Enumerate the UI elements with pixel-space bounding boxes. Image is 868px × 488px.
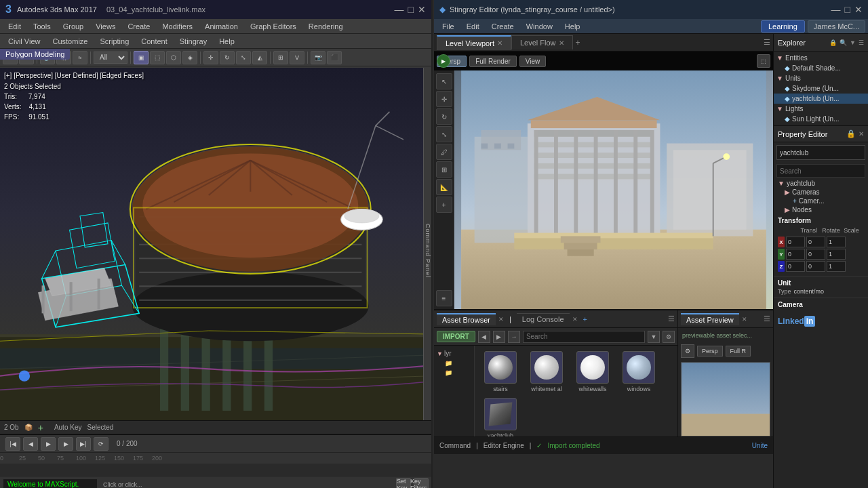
- explorer-search-icon[interactable]: 🔍: [840, 39, 847, 46]
- sr-menu-create[interactable]: Create: [486, 21, 519, 32]
- asset-browser-menu-button[interactable]: ☰: [668, 314, 675, 323]
- nav-back-button[interactable]: ◀: [478, 331, 490, 343]
- render-button[interactable]: ⬛: [327, 51, 342, 64]
- play-button[interactable]: ▶: [41, 437, 56, 451]
- tab-log-console[interactable]: Log Console: [517, 313, 570, 325]
- learning-button[interactable]: Learning: [761, 20, 805, 33]
- menu-views[interactable]: Views: [90, 21, 121, 32]
- rotate-x-input[interactable]: [806, 237, 825, 247]
- import-button[interactable]: IMPORT: [437, 331, 475, 342]
- stingray-close[interactable]: ✕: [854, 4, 863, 15]
- tab-level-flow[interactable]: Level Flow ✕: [511, 35, 573, 49]
- sr-paint-icon[interactable]: 🖊: [436, 144, 452, 160]
- add-viewport-button[interactable]: +: [576, 38, 580, 47]
- filter-select[interactable]: All: [94, 52, 127, 64]
- tab-asset-browser[interactable]: Asset Browser: [437, 313, 496, 325]
- prop-nodes-item[interactable]: ▶ Nodes: [774, 205, 868, 214]
- sr-viewport-options[interactable]: ⬚: [757, 54, 770, 68]
- asset-item-whitemetal[interactable]: whitemet al: [526, 351, 567, 392]
- minimize-button[interactable]: —: [395, 4, 404, 15]
- max-viewport[interactable]: [+] [Perspective] [User Defined] [Edged …: [0, 68, 431, 434]
- log-console-tab-close[interactable]: ✕: [572, 316, 578, 323]
- scale-x-input[interactable]: [827, 237, 846, 247]
- user-button[interactable]: James McC...: [808, 20, 865, 33]
- prev-key-button[interactable]: ◀: [23, 437, 38, 451]
- exp-default-shade[interactable]: ◆ Default Shade...: [774, 63, 868, 73]
- tree-subfolder2[interactable]: 📁: [437, 368, 471, 378]
- lasso-button[interactable]: ⬡: [166, 51, 181, 64]
- new-panel-button[interactable]: +: [583, 315, 587, 323]
- menu-scripting[interactable]: Scripting: [94, 36, 134, 47]
- camera-view-button[interactable]: 📷: [311, 51, 326, 64]
- asset-item-yachtclub[interactable]: yachtclub: [480, 398, 521, 436]
- preview-settings-icon[interactable]: ⚙: [681, 344, 694, 358]
- next-frame-button[interactable]: ▶|: [76, 437, 91, 451]
- preview-persp-button[interactable]: Persp: [697, 346, 723, 357]
- view-button[interactable]: V: [290, 51, 304, 64]
- select-button[interactable]: ▣: [134, 51, 149, 64]
- scale2-button[interactable]: ◭: [252, 51, 267, 64]
- explorer-filter-icon[interactable]: ▼: [850, 39, 856, 46]
- tree-subfolder[interactable]: 📁: [437, 359, 471, 368]
- prop-yachtclub-item[interactable]: ▼ yachtclub: [774, 179, 868, 188]
- next-key-button[interactable]: ▶: [58, 437, 73, 451]
- menu-create[interactable]: Create: [122, 21, 155, 32]
- prop-cameras-item[interactable]: ▶ Cameras: [774, 188, 868, 197]
- menu-help[interactable]: Help: [214, 36, 240, 47]
- menu-stingray[interactable]: Stingray: [174, 36, 212, 47]
- asset-item-stairs[interactable]: stairs: [480, 351, 521, 392]
- asset-item-whitewalls[interactable]: whitewalls: [572, 351, 613, 392]
- key-filters-button[interactable]: Key Filters...: [414, 478, 429, 489]
- asset-search-input[interactable]: [523, 331, 645, 343]
- transl-y-input[interactable]: [786, 249, 805, 260]
- nav-up-button[interactable]: →: [508, 331, 520, 343]
- viewport-menu-button[interactable]: ☰: [764, 38, 770, 47]
- menu-group[interactable]: Group: [58, 21, 90, 32]
- rotate-button[interactable]: ↻: [220, 51, 235, 64]
- menu-modifiers[interactable]: Modifiers: [157, 21, 198, 32]
- menu-rendering[interactable]: Rendering: [303, 21, 349, 32]
- sr-measure-icon[interactable]: 📐: [436, 179, 452, 195]
- stingray-maximize[interactable]: □: [845, 4, 850, 15]
- loop-button[interactable]: ⟳: [94, 437, 108, 451]
- tab-asset-preview[interactable]: Asset Preview: [681, 313, 739, 325]
- sr-menu-window[interactable]: Window: [521, 21, 558, 32]
- sr-layers-icon[interactable]: ≡: [436, 290, 452, 306]
- menu-edit[interactable]: Edit: [3, 21, 26, 32]
- set-key-button[interactable]: Set Key: [396, 478, 411, 489]
- menu-civil-view[interactable]: Civil View: [3, 36, 45, 47]
- exp-lights[interactable]: ▼ Lights: [774, 104, 868, 114]
- sr-snap-icon[interactable]: ⊞: [436, 161, 452, 178]
- scale-button[interactable]: ⤡: [236, 51, 251, 64]
- preview-render-button[interactable]: Full R: [726, 346, 751, 357]
- select-region-button[interactable]: ⬚: [150, 51, 165, 64]
- exp-entities[interactable]: ▼ Entities: [774, 53, 868, 63]
- tab-level-viewport[interactable]: Level Viewport ✕: [437, 35, 511, 50]
- sr-menu-file[interactable]: File: [437, 21, 460, 32]
- exp-skydome[interactable]: ◆ Skydome (Un...: [774, 83, 868, 94]
- level-viewport-close[interactable]: ✕: [497, 39, 502, 47]
- menu-animation[interactable]: Animation: [199, 21, 243, 32]
- sr-play-button[interactable]: ▶: [437, 54, 450, 68]
- prop-entity-field[interactable]: [776, 145, 865, 160]
- rotate-z-input[interactable]: [806, 261, 825, 272]
- sr-menu-help[interactable]: Help: [559, 21, 586, 32]
- explorer-menu-icon[interactable]: ☰: [859, 39, 864, 46]
- rotate-y-input[interactable]: [806, 249, 825, 260]
- explorer-lock-icon[interactable]: 🔒: [829, 39, 837, 46]
- select-all-button[interactable]: ◈: [182, 51, 197, 64]
- menu-content[interactable]: Content: [136, 36, 173, 47]
- ref-coord-button[interactable]: ⊞: [273, 51, 288, 64]
- prop-search-field[interactable]: [776, 164, 865, 178]
- bind-button[interactable]: ≈: [73, 51, 87, 64]
- maximize-button[interactable]: □: [408, 4, 414, 15]
- sr-move-icon[interactable]: ✛: [436, 91, 452, 107]
- exp-sun-light[interactable]: ◆ Sun Light (Un...: [774, 114, 868, 124]
- scale-y-input[interactable]: [827, 249, 846, 260]
- prop-close-button[interactable]: ✕: [859, 130, 864, 138]
- tree-folder-lyr[interactable]: ▼ lyr: [437, 348, 471, 359]
- scale-z-input[interactable]: [827, 261, 846, 272]
- stingray-3d-viewport[interactable]: ▶ Persp Full Render View ⬚ ↖ ✛ ↻ ⤡ 🖊 ⊞ 📐…: [434, 52, 773, 309]
- sr-menu-edit[interactable]: Edit: [461, 21, 485, 32]
- transl-x-input[interactable]: [786, 237, 805, 247]
